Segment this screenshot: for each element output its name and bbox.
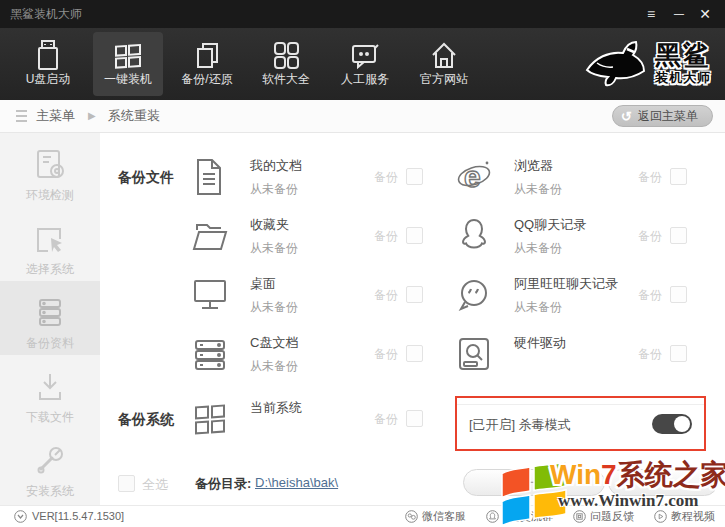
backup-checkbox[interactable]	[670, 227, 687, 244]
windows-icon	[93, 32, 163, 70]
list-menu-icon	[12, 109, 28, 127]
backup-checkbox[interactable]	[670, 286, 687, 303]
svg-text:e: e	[464, 160, 481, 193]
item-title: 桌面	[250, 275, 276, 293]
nav-item-backup-restore[interactable]: 备份/还原	[172, 32, 242, 96]
item-subtitle: 从未备份	[250, 240, 298, 257]
nav-item-usb-boot[interactable]: U盘启动	[13, 32, 83, 96]
wrench-icon	[30, 441, 70, 458]
folder-icon	[188, 214, 232, 258]
breadcrumb-separator-icon: ▶	[88, 100, 96, 132]
nav-item-software[interactable]: 软件大全	[251, 32, 321, 96]
ie-browser-icon: e	[452, 155, 496, 199]
sidebar-item-download[interactable]: 下载文件	[0, 355, 100, 429]
nav-label: 人工服务	[330, 71, 400, 88]
brand-subtitle: 装机大师	[655, 70, 711, 85]
nav-item-service[interactable]: 人工服务	[330, 32, 400, 96]
backup-item-my-documents: 我的文档 从未备份 备份	[188, 153, 440, 203]
backup-label: 备份	[638, 228, 662, 245]
nav-label: 软件大全	[251, 71, 321, 88]
minimize-icon[interactable]: ─	[667, 0, 691, 28]
shark-logo-icon	[583, 36, 649, 92]
env-check-icon	[30, 145, 70, 162]
next-step-button[interactable]	[608, 469, 718, 496]
nav-label: 官方网站	[409, 71, 479, 88]
backup-checkbox[interactable]	[670, 345, 687, 362]
backup-checkbox[interactable]	[670, 168, 687, 185]
feedback-link[interactable]: 问题反馈	[573, 509, 634, 524]
item-title: 阿里旺旺聊天记录	[514, 275, 618, 293]
bottom-controls: 全选 备份目录: D:\heisha\bak\ 上一步	[100, 467, 725, 505]
nav-item-one-key-install[interactable]: 一键装机	[93, 32, 163, 96]
qq-icon	[486, 510, 499, 523]
wechat-icon	[405, 510, 418, 523]
sidebar-label: 安装系统	[0, 483, 100, 500]
sidebar-label: 备份资料	[0, 335, 100, 352]
breadcrumb-bar: 主菜单 ▶ 系统重装 ↺ 返回主菜单	[0, 100, 725, 133]
backup-checkbox[interactable]	[406, 168, 423, 185]
sidebar-label: 环境检测	[0, 187, 100, 204]
back-to-menu-button[interactable]: ↺ 返回主菜单	[612, 105, 713, 127]
feedback-icon	[573, 510, 586, 523]
status-links: 微信客服 QQ交流群 问题反馈 教程视频	[405, 506, 715, 527]
sidebar-item-install-system[interactable]: 安装系统	[0, 429, 100, 503]
item-subtitle: 从未备份	[514, 181, 562, 198]
antivirus-mode-label: [已开启] 杀毒模式	[469, 398, 571, 451]
previous-step-button[interactable]: 上一步	[463, 469, 605, 496]
sidebar-item-backup-data[interactable]: 备份资料	[0, 281, 100, 355]
harddrive-icon	[452, 332, 496, 376]
home-icon	[409, 32, 479, 70]
backup-item-drivers: 硬件驱动 备份	[452, 330, 704, 380]
breadcrumb-root[interactable]: 主菜单	[36, 100, 75, 132]
brand-name: 黑鲨	[655, 40, 711, 70]
brand-logo: 黑鲨 装机大师	[583, 34, 711, 94]
wangwang-bubble-icon	[452, 273, 496, 317]
sidebar-item-env-check[interactable]: 环境检测	[0, 133, 100, 207]
windows-icon	[188, 397, 232, 441]
server-icon	[188, 332, 232, 376]
close-icon[interactable]: ✕	[693, 0, 717, 28]
qq-group-link[interactable]: QQ交流群	[486, 509, 553, 524]
nav-label: 备份/还原	[172, 71, 242, 88]
backup-label: 备份	[374, 228, 398, 245]
video-icon	[654, 510, 667, 523]
status-bar: VER[11.5.47.1530] 微信客服 QQ交流群 问题反馈 教程视频	[0, 505, 725, 527]
select-system-icon	[30, 219, 70, 236]
backup-label: 备份	[374, 411, 398, 428]
menu-icon[interactable]: ≡	[639, 0, 663, 28]
backup-checkbox[interactable]	[406, 286, 423, 303]
item-title: 收藏夹	[250, 216, 289, 234]
backup-checkbox[interactable]	[406, 410, 423, 427]
video-tutorial-link[interactable]: 教程视频	[654, 509, 715, 524]
nav-item-website[interactable]: 官方网站	[409, 32, 479, 96]
item-title: 当前系统	[250, 399, 302, 417]
backup-data-icon	[30, 293, 70, 310]
main-nav: U盘启动 一键装机 备份/还原	[0, 28, 725, 100]
backup-dir-path-link[interactable]: D:\heisha\bak\	[255, 475, 338, 490]
wechat-service-link[interactable]: 微信客服	[405, 509, 466, 524]
desktop-monitor-icon	[188, 273, 232, 317]
backup-system-section-label: 备份系统	[118, 411, 174, 429]
backup-label: 备份	[374, 287, 398, 304]
usb-drive-icon	[13, 32, 83, 70]
item-title: C盘文档	[250, 334, 298, 352]
step-sidebar: 环境检测 选择系统 备份资料	[0, 133, 100, 505]
backup-dir-label: 备份目录:	[195, 475, 251, 493]
sidebar-item-select-system[interactable]: 选择系统	[0, 207, 100, 281]
antivirus-toggle[interactable]	[652, 414, 692, 434]
backup-item-wangwang-history: 阿里旺旺聊天记录 从未备份 备份	[452, 271, 704, 321]
backup-checkbox[interactable]	[406, 345, 423, 362]
nav-label: 一键装机	[93, 71, 163, 88]
item-title: 我的文档	[250, 157, 302, 175]
item-subtitle: 从未备份	[250, 358, 298, 375]
backup-item-desktop: 桌面 从未备份 备份	[188, 271, 440, 321]
backup-label: 备份	[638, 169, 662, 186]
item-subtitle: 从未备份	[514, 240, 562, 257]
item-title: QQ聊天记录	[514, 216, 586, 234]
select-all-checkbox[interactable]	[118, 475, 135, 492]
version-icon	[14, 510, 27, 523]
window-title: 黑鲨装机大师	[10, 0, 82, 28]
app-window: 黑鲨装机大师 ≡ ─ ✕ U盘启动 一键装机	[0, 0, 725, 527]
antivirus-mode-highlight: [已开启] 杀毒模式	[455, 396, 706, 451]
backup-checkbox[interactable]	[406, 227, 423, 244]
